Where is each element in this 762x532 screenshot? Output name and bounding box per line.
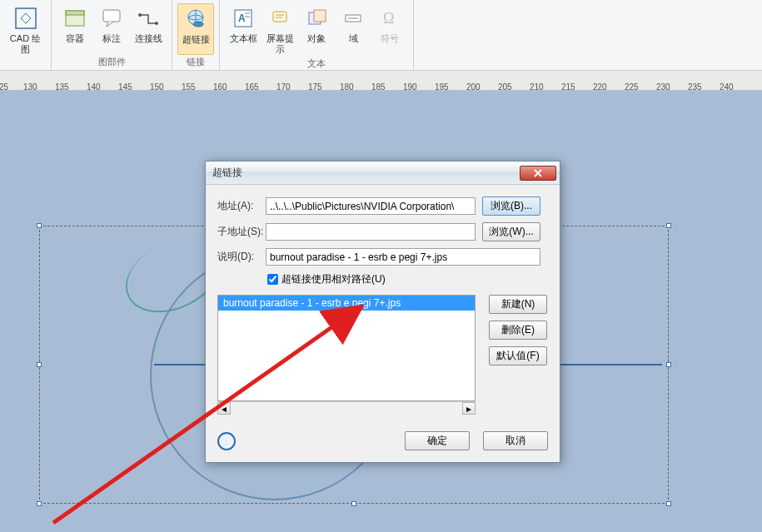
browse-w-button[interactable]: 浏览(W)... (482, 222, 540, 241)
connector-icon (135, 5, 162, 32)
container-icon (62, 5, 88, 32)
cancel-button[interactable]: 取消 (483, 431, 548, 450)
close-icon (534, 169, 542, 177)
callout-label: 标注 (102, 33, 121, 44)
close-button[interactable] (520, 166, 556, 181)
address-input[interactable] (266, 197, 476, 215)
callout-button[interactable]: 标注 (93, 3, 130, 55)
ruler-tick: 135 (55, 82, 69, 91)
symbol-label: 符号 (381, 33, 399, 44)
symbol-button[interactable]: Ω 符号 (371, 3, 408, 57)
screentip-icon (266, 5, 293, 32)
symbol-icon: Ω (376, 5, 403, 32)
object-icon (303, 5, 330, 32)
hyperlink-button[interactable]: 超链接 (177, 3, 214, 55)
ruler-tick: 160 (213, 82, 227, 91)
resize-handle-ne[interactable] (666, 223, 671, 228)
textbox-button[interactable]: A 文本框 (225, 3, 261, 57)
ruler-tick: 230 (656, 82, 670, 91)
group3-label: 文本 (220, 57, 413, 72)
group2-label: 链接 (172, 55, 219, 70)
ruler-tick: 165 (245, 82, 259, 91)
ok-button[interactable]: 确定 (405, 431, 470, 450)
description-label: 说明(D): (217, 250, 266, 264)
horizontal-ruler: -125130135140145150155160165170175180185… (0, 71, 762, 91)
cad-icon (12, 5, 39, 32)
resize-handle-nw[interactable] (37, 223, 42, 228)
ruler-tick: 240 (720, 82, 734, 91)
svg-text:Ω: Ω (383, 10, 394, 27)
list-item[interactable]: burnout paradise - 1 - esrb e pegi 7+.jp… (218, 296, 475, 311)
hyperlinks-listbox[interactable]: burnout paradise - 1 - esrb e pegi 7+.jp… (217, 295, 476, 401)
ruler-tick: 185 (371, 82, 386, 91)
ruler-tick: 145 (118, 82, 132, 91)
ruler-tick: 210 (530, 82, 544, 91)
scroll-right-icon[interactable]: ▸ (462, 402, 476, 415)
svg-point-4 (138, 13, 142, 17)
ruler-tick: 220 (593, 82, 607, 91)
cad-drawing-button[interactable]: CAD 绘图 (7, 3, 44, 57)
resize-handle-e[interactable] (666, 362, 671, 367)
field-icon (340, 5, 366, 32)
ruler-tick: 235 (688, 82, 702, 91)
svg-rect-2 (66, 11, 84, 15)
ruler-tick: 150 (150, 82, 164, 91)
ruler-tick: 215 (561, 82, 575, 91)
ribbon-group-cad: CAD 绘图 (0, 0, 52, 70)
ruler-tick: 175 (308, 82, 322, 91)
resize-handle-se[interactable] (666, 501, 671, 506)
object-button[interactable]: 对象 (298, 3, 335, 57)
browse-b-button[interactable]: 浏览(B)... (482, 196, 540, 216)
svg-text:A: A (238, 12, 246, 24)
subaddress-input[interactable] (266, 223, 476, 241)
group1-label: 图部件 (52, 55, 172, 70)
hyperlink-dialog: 超链接 地址(A): 浏览(B)... 子地址(S): 浏览(W)... 说明(… (205, 161, 560, 463)
container-button[interactable]: 容器 (57, 3, 93, 55)
svg-rect-3 (103, 10, 120, 22)
ruler-tick: 155 (182, 82, 196, 91)
textbox-label: 文本框 (230, 33, 257, 44)
default-button[interactable]: 默认值(F) (489, 346, 547, 365)
svg-point-5 (155, 22, 158, 25)
new-button[interactable]: 新建(N) (489, 295, 547, 314)
hyperlink-icon (182, 6, 209, 32)
svg-rect-12 (273, 12, 286, 22)
hyperlink-label: 超链接 (182, 34, 210, 45)
connector-label: 连接线 (135, 33, 162, 44)
ribbon-group-parts: 容器 标注 连接线 图部件 (52, 0, 172, 70)
textbox-icon: A (230, 5, 256, 32)
screentip-button[interactable]: 屏幕提示 (261, 3, 298, 57)
ruler-tick: 140 (87, 82, 101, 91)
container-label: 容器 (66, 33, 84, 44)
ruler-tick: 180 (340, 82, 354, 91)
resize-handle-w[interactable] (37, 362, 42, 367)
resize-handle-s[interactable] (351, 501, 356, 506)
callout-icon (98, 5, 125, 32)
svg-rect-0 (16, 8, 36, 28)
ruler-tick: 195 (435, 82, 449, 91)
ruler-tick: 170 (276, 82, 291, 91)
help-icon[interactable] (217, 432, 236, 450)
ribbon-group-link: 超链接 链接 (172, 0, 220, 70)
delete-button[interactable]: 删除(E) (489, 321, 547, 340)
relative-path-checkbox[interactable] (267, 274, 278, 285)
connector-button[interactable]: 连接线 (130, 3, 167, 55)
svg-point-7 (193, 22, 203, 27)
scroll-left-icon[interactable]: ◂ (217, 402, 231, 415)
dialog-titlebar[interactable]: 超链接 (206, 162, 560, 185)
ruler-tick: 205 (498, 82, 512, 91)
resize-handle-sw[interactable] (37, 501, 42, 506)
address-label: 地址(A): (217, 199, 266, 213)
ruler-tick: 225 (625, 82, 639, 91)
description-input[interactable] (266, 248, 540, 266)
field-label: 域 (349, 33, 358, 44)
cad-label: CAD 绘图 (9, 33, 42, 55)
ruler-tick: 130 (23, 82, 37, 91)
subaddress-label: 子地址(S): (217, 225, 266, 239)
ribbon-group-text: A 文本框 屏幕提示 对象 域 Ω 符号 文本 (220, 0, 414, 70)
svg-rect-16 (314, 10, 326, 22)
dialog-title: 超链接 (212, 166, 520, 180)
list-scrollbar[interactable]: ◂ ▸ (217, 401, 476, 415)
field-button[interactable]: 域 (335, 3, 371, 57)
ruler-tick: 190 (403, 82, 417, 91)
